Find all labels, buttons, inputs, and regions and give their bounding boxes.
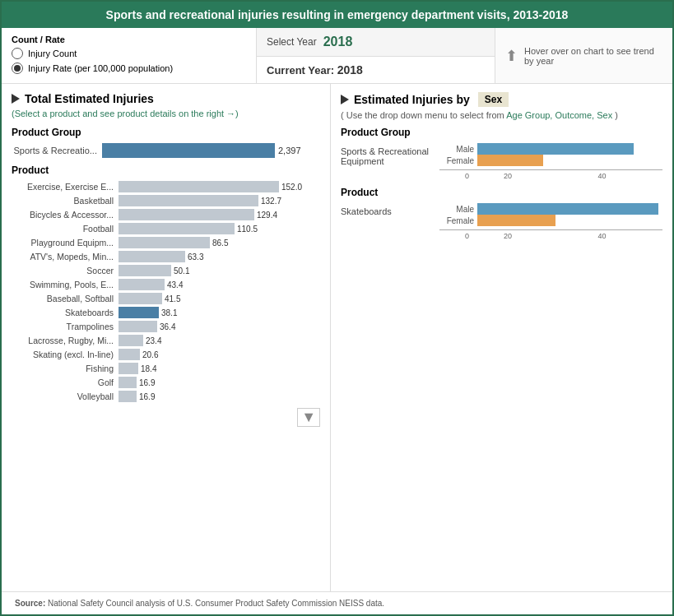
prod-axis-40: 40 bbox=[569, 232, 663, 240]
hover-info-text: Hover over on chart to see trend by year bbox=[524, 46, 662, 66]
scroll-indicator[interactable]: ▼ bbox=[297, 408, 320, 427]
product-bar bbox=[119, 349, 140, 360]
prod-male-bar bbox=[477, 203, 658, 215]
selected-year[interactable]: 2018 bbox=[323, 35, 353, 49]
product-group-row[interactable]: Sports & Recreatio... 2,397 bbox=[12, 143, 320, 158]
product-bar bbox=[119, 391, 137, 402]
pg-axis-0: 0 bbox=[439, 172, 474, 180]
pg-value: 2,397 bbox=[278, 146, 301, 155]
pg-female-bar bbox=[477, 155, 543, 166]
product-row[interactable]: Football110.5 bbox=[12, 223, 320, 234]
product-value: 41.5 bbox=[165, 294, 180, 303]
left-section-title: Total Estimated Injuries bbox=[25, 92, 154, 105]
product-name: Golf bbox=[12, 377, 119, 387]
product-bar-wrap: 86.5 bbox=[119, 237, 320, 248]
product-row[interactable]: Trampolines36.4 bbox=[12, 321, 320, 332]
product-bar-wrap: 36.4 bbox=[119, 321, 320, 332]
product-row[interactable]: Bicycles & Accessor...129.4 bbox=[12, 209, 320, 220]
product-bar-wrap: 110.5 bbox=[119, 223, 320, 234]
pg-name: Sports & Recreatio... bbox=[12, 146, 102, 155]
product-label: Product bbox=[12, 164, 320, 176]
product-row[interactable]: Golf16.9 bbox=[12, 377, 320, 388]
right-section-title: Estimated Injuries by bbox=[354, 93, 470, 106]
product-row[interactable]: ATV's, Mopeds, Min...63.3 bbox=[12, 251, 320, 262]
product-bar bbox=[119, 251, 185, 262]
product-value: 132.7 bbox=[261, 197, 281, 206]
injury-count-label: Injury Count bbox=[28, 49, 77, 58]
product-bar bbox=[119, 265, 171, 276]
product-value: 86.5 bbox=[212, 239, 228, 248]
product-group-chart: Sports & RecreationalEquipment Male Fema… bbox=[341, 143, 662, 180]
product-value: 50.1 bbox=[174, 266, 189, 276]
product-row[interactable]: Basketball132.7 bbox=[12, 195, 320, 206]
prod-female-label: Female bbox=[439, 216, 474, 225]
product-row[interactable]: Skating (excl. In-line)20.6 bbox=[12, 349, 320, 360]
source-label: Source: bbox=[15, 599, 45, 608]
product-bar bbox=[119, 195, 258, 206]
product-name: Lacrosse, Rugby, Mi... bbox=[12, 336, 119, 345]
product-row[interactable]: Playground Equipm...86.5 bbox=[12, 237, 320, 248]
injury-rate-option[interactable]: Injury Rate (per 100,000 population) bbox=[12, 63, 246, 74]
product-row[interactable]: Swimming, Pools, E...43.4 bbox=[12, 279, 320, 290]
product-bar-wrap: 50.1 bbox=[119, 265, 320, 276]
product-bar bbox=[119, 363, 138, 374]
radio-group: Injury Count Injury Rate (per 100,000 po… bbox=[12, 48, 246, 74]
injury-count-option[interactable]: Injury Count bbox=[12, 48, 246, 59]
estimated-injuries-title: Estimated Injuries by Sex bbox=[341, 92, 662, 107]
product-bar bbox=[119, 293, 162, 304]
product-value: 16.9 bbox=[139, 378, 155, 387]
product-list: Exercise, Exercise E...152.0Basketball13… bbox=[12, 181, 320, 402]
pg-chart-name: Sports & RecreationalEquipment bbox=[341, 143, 439, 166]
product-name: Skating (excl. In-line) bbox=[12, 350, 119, 359]
product-value: 38.1 bbox=[161, 308, 177, 317]
pg-axis-20: 20 bbox=[474, 172, 569, 180]
product-name: Football bbox=[12, 224, 119, 234]
product-table: Exercise, Exercise E...152.0Basketball13… bbox=[12, 181, 320, 402]
prod-axis-20: 20 bbox=[474, 232, 569, 240]
prod-axis-nums: 0 20 40 bbox=[439, 232, 662, 240]
injury-count-radio[interactable] bbox=[12, 48, 23, 59]
product-value: 43.4 bbox=[167, 280, 183, 289]
product-value: 23.4 bbox=[146, 336, 161, 345]
product-bar-wrap: 38.1 bbox=[119, 307, 320, 318]
dashboard-header: Sports and recreational injuries resulti… bbox=[2, 2, 672, 28]
product-value: 110.5 bbox=[237, 225, 258, 234]
triangle-icon bbox=[12, 94, 20, 104]
right-subtitle: ( Use the drop down menu to select from … bbox=[341, 110, 662, 120]
product-bar bbox=[119, 335, 143, 346]
product-name: Trampolines bbox=[12, 322, 119, 331]
product-row[interactable]: Skateboards38.1 bbox=[12, 307, 320, 318]
product-row[interactable]: Exercise, Exercise E...152.0 bbox=[12, 181, 320, 192]
product-row[interactable]: Volleyball16.9 bbox=[12, 391, 320, 402]
product-name: Bicycles & Accessor... bbox=[12, 210, 119, 220]
product-bar-wrap: 20.6 bbox=[119, 349, 320, 360]
triangle-icon-right bbox=[341, 95, 349, 104]
product-name: Fishing bbox=[12, 364, 119, 373]
product-group-label: Product Group bbox=[12, 127, 320, 138]
product-value: 63.3 bbox=[188, 252, 203, 262]
product-bar bbox=[119, 377, 137, 388]
product-name: ATV's, Mopeds, Min... bbox=[12, 252, 119, 262]
sex-dropdown[interactable]: Sex bbox=[478, 92, 509, 107]
product-bar-wrap: 43.4 bbox=[119, 279, 320, 290]
pg-female-row: Female bbox=[439, 155, 662, 166]
product-bar-wrap: 18.4 bbox=[119, 363, 320, 374]
product-bar bbox=[119, 237, 210, 248]
product-row[interactable]: Baseball, Softball41.5 bbox=[12, 293, 320, 304]
product-bar-wrap: 16.9 bbox=[119, 377, 320, 388]
left-panel: Total Estimated Injuries (Select a produ… bbox=[2, 84, 331, 591]
injury-rate-radio[interactable] bbox=[12, 63, 23, 74]
current-year-value: 2018 bbox=[337, 63, 363, 76]
product-bar-wrap: 132.7 bbox=[119, 195, 320, 206]
pg-axis-line bbox=[439, 169, 662, 170]
product-value: 18.4 bbox=[141, 364, 156, 373]
product-row[interactable]: Soccer50.1 bbox=[12, 265, 320, 276]
product-name: Volleyball bbox=[12, 391, 119, 401]
product-row[interactable]: Lacrosse, Rugby, Mi...23.4 bbox=[12, 335, 320, 346]
product-bar-wrap: 63.3 bbox=[119, 251, 320, 262]
prod-male-label: Male bbox=[439, 205, 474, 214]
prod-female-row: Female bbox=[439, 215, 662, 226]
product-row[interactable]: Fishing18.4 bbox=[12, 363, 320, 374]
product-name: Exercise, Exercise E... bbox=[12, 182, 119, 192]
prod-female-bar bbox=[477, 215, 555, 226]
